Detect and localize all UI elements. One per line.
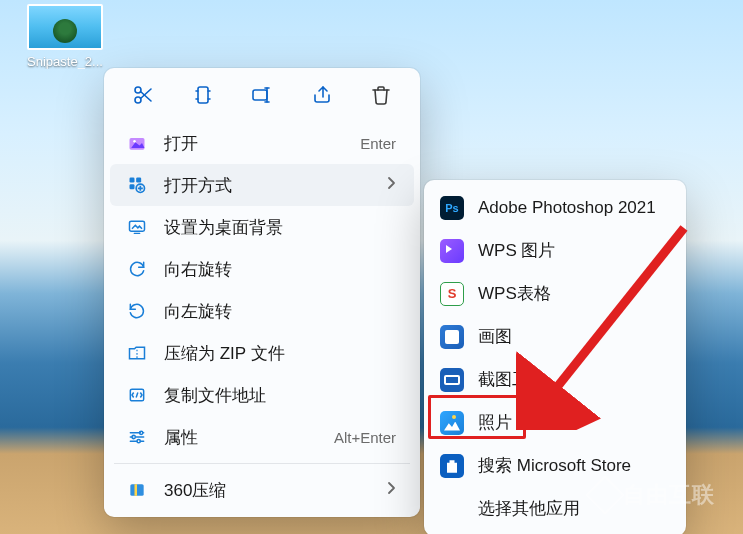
context-menu-toolbar xyxy=(104,68,420,122)
desktop-file-icon[interactable]: Snipaste_2... xyxy=(20,4,110,69)
submenu-label: 照片 xyxy=(478,411,668,434)
menu-item-set-wallpaper[interactable]: 设置为桌面背景 xyxy=(110,206,414,248)
svg-point-21 xyxy=(137,440,140,443)
menu-item-open-with[interactable]: 打开方式 xyxy=(110,164,414,206)
ms-store-icon xyxy=(440,454,464,478)
rename-icon xyxy=(250,83,274,111)
wps-pic-icon xyxy=(440,239,464,263)
svg-rect-5 xyxy=(253,90,267,100)
zip-icon xyxy=(126,342,148,364)
menu-item-rotate-left[interactable]: 向左旋转 xyxy=(110,290,414,332)
submenu-item-wps-pic[interactable]: WPS 图片 xyxy=(428,229,682,272)
rotate-left-icon xyxy=(126,300,148,322)
copy-button[interactable] xyxy=(188,82,218,112)
share-button[interactable] xyxy=(307,82,337,112)
rotate-right-icon xyxy=(126,258,148,280)
submenu-label: WPS 图片 xyxy=(478,239,668,262)
properties-icon xyxy=(126,426,148,448)
menu-accelerator: Enter xyxy=(360,135,396,152)
svg-rect-17 xyxy=(134,233,141,234)
menu-label: 复制文件地址 xyxy=(164,384,396,407)
watermark-logo-icon xyxy=(585,475,625,515)
menu-label: 向左旋转 xyxy=(164,300,396,323)
menu-divider xyxy=(114,463,410,464)
wps-sheet-icon: S xyxy=(440,282,464,306)
rename-button[interactable] xyxy=(247,82,277,112)
submenu-label: 画图 xyxy=(478,325,668,348)
menu-item-compress-zip[interactable]: 压缩为 ZIP 文件 xyxy=(110,332,414,374)
submenu-item-paint[interactable]: 画图 xyxy=(428,315,682,358)
copy-path-icon xyxy=(126,384,148,406)
submenu-item-wps-sheet[interactable]: S WPS表格 xyxy=(428,272,682,315)
menu-label: 360压缩 xyxy=(164,479,378,502)
desktop-background: Snipaste_2... xyxy=(0,0,743,534)
photos-icon xyxy=(440,411,464,435)
submenu-label: 搜索 Microsoft Store xyxy=(478,454,668,477)
photoshop-icon: Ps xyxy=(440,196,464,220)
submenu-item-photos[interactable]: 照片 xyxy=(428,401,682,444)
menu-label: 压缩为 ZIP 文件 xyxy=(164,342,396,365)
scissors-icon xyxy=(131,83,155,111)
trash-icon xyxy=(369,83,393,111)
menu-label: 打开方式 xyxy=(164,174,378,197)
menu-item-360zip[interactable]: 360压缩 xyxy=(110,469,414,511)
submenu-label: 截图工具 xyxy=(478,368,668,391)
submenu-label: WPS表格 xyxy=(478,282,668,305)
menu-label: 设置为桌面背景 xyxy=(164,216,396,239)
paint-icon xyxy=(440,325,464,349)
svg-point-19 xyxy=(140,431,143,434)
open-icon xyxy=(126,132,148,154)
share-icon xyxy=(310,83,334,111)
wallpaper-icon xyxy=(126,216,148,238)
svg-rect-13 xyxy=(136,178,141,183)
watermark: 自由互联 xyxy=(591,480,715,510)
menu-accelerator: Alt+Enter xyxy=(334,429,396,446)
svg-rect-4 xyxy=(198,87,208,103)
blank-icon xyxy=(440,497,464,521)
menu-label: 向右旋转 xyxy=(164,258,396,281)
chevron-right-icon xyxy=(386,176,396,194)
menu-item-copy-path[interactable]: 复制文件地址 xyxy=(110,374,414,416)
snip-tool-icon xyxy=(440,368,464,392)
context-menu: 打开 Enter 打开方式 设置为桌面背景 向右旋转 xyxy=(104,68,420,517)
svg-rect-14 xyxy=(130,184,135,189)
submenu-item-photoshop[interactable]: Ps Adobe Photoshop 2021 xyxy=(428,186,682,229)
copy-icon xyxy=(191,83,215,111)
svg-rect-23 xyxy=(135,484,138,496)
menu-item-properties[interactable]: 属性 Alt+Enter xyxy=(110,416,414,458)
menu-item-open[interactable]: 打开 Enter xyxy=(110,122,414,164)
watermark-text: 自由互联 xyxy=(623,480,715,510)
submenu-item-snip[interactable]: 截图工具 xyxy=(428,358,682,401)
open-with-icon xyxy=(126,174,148,196)
menu-label: 打开 xyxy=(164,132,360,155)
delete-button[interactable] xyxy=(366,82,396,112)
menu-item-rotate-right[interactable]: 向右旋转 xyxy=(110,248,414,290)
file-label: Snipaste_2... xyxy=(20,54,110,69)
cut-button[interactable] xyxy=(128,82,158,112)
submenu-label: Adobe Photoshop 2021 xyxy=(478,198,668,218)
chevron-right-icon xyxy=(386,481,396,499)
360zip-icon xyxy=(126,479,148,501)
svg-rect-12 xyxy=(130,178,135,183)
svg-point-20 xyxy=(132,435,135,438)
svg-point-11 xyxy=(133,140,136,143)
menu-label: 属性 xyxy=(164,426,334,449)
file-thumbnail xyxy=(27,4,103,50)
